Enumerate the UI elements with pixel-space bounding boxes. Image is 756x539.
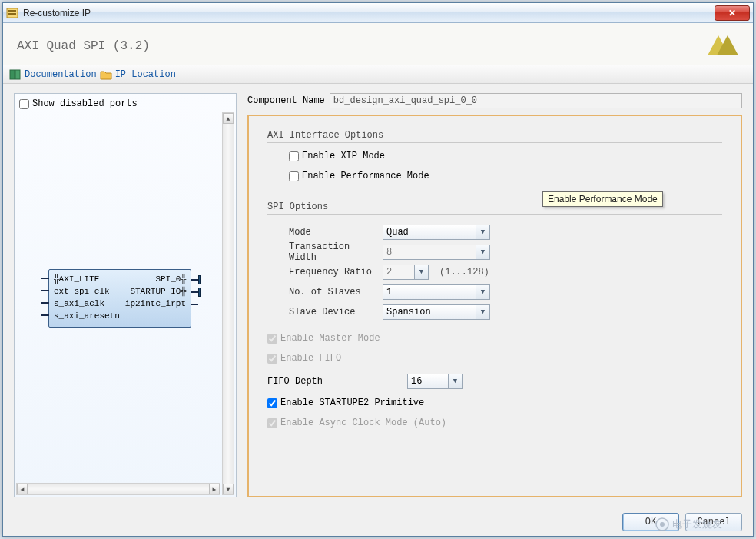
fifo-depth-combo[interactable]: 16 ▼: [407, 374, 463, 389]
svg-rect-2: [8, 13, 16, 15]
mode-label: Mode: [289, 227, 376, 238]
documentation-link[interactable]: Documentation: [9, 68, 97, 81]
preview-vertical-scrollbar[interactable]: ▲ ▼: [222, 112, 234, 495]
enable-async-checkbox: Enable Async Clock Mode (Auto): [267, 418, 722, 428]
port-s-axi-aresetn: s_axi_aresetn: [54, 311, 120, 321]
port-s-axi-aclk: s_axi_aclk: [54, 299, 104, 308]
fifo-depth-value: 16: [411, 376, 422, 387]
txwidth-combo[interactable]: 8 ▼: [383, 245, 490, 260]
chevron-down-icon: ▼: [476, 225, 489, 239]
mode-row: Mode Quad ▼: [289, 222, 722, 242]
scroll-right-icon[interactable]: ▶: [209, 484, 220, 494]
freq-combo[interactable]: 2 ▼: [383, 265, 429, 280]
ok-label: OK: [645, 517, 656, 527]
options-pane: Component Name AXI Interface Options Ena…: [247, 93, 742, 497]
vendor-logo-icon: [707, 34, 739, 58]
port-axi-lite: ╬AXI_LITE: [54, 274, 99, 284]
divider: [267, 142, 722, 143]
enable-xip-input[interactable]: [289, 151, 299, 161]
app-icon: [6, 7, 18, 19]
block-preview-pane: Show disabled ports ╬AXI_LITE SPI_0╬: [14, 93, 237, 497]
enable-startupe2-checkbox[interactable]: Enable STARTUPE2 Primitive: [267, 398, 722, 408]
ip-location-link[interactable]: IP Location: [100, 68, 176, 81]
component-name-row: Component Name: [247, 93, 742, 108]
svg-rect-1: [8, 10, 16, 12]
enable-fifo-input: [267, 354, 277, 364]
txwidth-value: 8: [386, 247, 392, 258]
freq-range-hint: (1...128): [439, 267, 489, 278]
dialog-header: AXI Quad SPI (3.2): [3, 23, 753, 65]
txwidth-label: Transaction Width: [289, 241, 376, 263]
ip-block-diagram: ╬AXI_LITE SPI_0╬ ext_spi_clk STARTUP_IO╬…: [48, 269, 191, 328]
axi-section-title: AXI Interface Options: [267, 130, 722, 141]
enable-master-checkbox: Enable Master Mode: [267, 333, 722, 344]
folder-icon: [100, 68, 112, 81]
mode-combo[interactable]: Quad ▼: [383, 225, 490, 240]
slaves-row: No. of Slaves 1 ▼: [289, 282, 722, 302]
slave-device-value: Spansion: [386, 307, 431, 318]
component-name-input[interactable]: [330, 93, 742, 108]
show-disabled-ports-label: Show disabled ports: [32, 98, 138, 109]
enable-startupe2-input[interactable]: [267, 398, 277, 408]
slave-device-row: Slave Device Spansion ▼: [289, 302, 722, 322]
ip-location-label: IP Location: [115, 69, 176, 80]
slaves-combo[interactable]: 1 ▼: [383, 284, 490, 300]
enable-xip-checkbox[interactable]: Enable XIP Mode: [289, 151, 722, 161]
enable-async-label: Enable Async Clock Mode (Auto): [280, 418, 446, 428]
re-customize-ip-window: Re-customize IP ✕ AXI Quad SPI (3.2) Doc…: [2, 2, 754, 537]
slaves-label: No. of Slaves: [289, 287, 376, 298]
svg-marker-7: [101, 72, 111, 79]
titlebar: Re-customize IP ✕: [3, 3, 753, 23]
chevron-down-icon: ▼: [476, 245, 489, 259]
scroll-left-icon[interactable]: ◀: [17, 484, 28, 494]
show-disabled-ports-checkbox[interactable]: Show disabled ports: [19, 98, 231, 109]
enable-master-input: [267, 334, 277, 344]
toolbar: Documentation IP Location: [3, 65, 753, 84]
ok-button[interactable]: OK: [622, 513, 679, 531]
freq-value: 2: [386, 267, 392, 278]
port-ext-spi-clk: ext_spi_clk: [54, 287, 110, 296]
enable-startupe2-label: Enable STARTUPE2 Primitive: [280, 398, 424, 408]
window-title: Re-customize IP: [23, 8, 715, 18]
enable-perf-checkbox[interactable]: Enable Performance Mode: [289, 171, 722, 181]
cancel-button[interactable]: Cancel: [685, 513, 742, 531]
scroll-down-icon[interactable]: ▼: [223, 484, 234, 494]
tooltip-performance-mode: Enable Performance Mode: [542, 191, 663, 207]
enable-xip-label: Enable XIP Mode: [302, 151, 385, 161]
page-title: AXI Quad SPI (3.2): [17, 39, 707, 53]
enable-perf-input[interactable]: [289, 171, 299, 181]
slaves-value: 1: [386, 287, 392, 298]
txwidth-row: Transaction Width 8 ▼: [289, 242, 722, 262]
freq-label: Frequency Ratio: [289, 267, 376, 278]
mode-value: Quad: [386, 227, 409, 238]
slave-device-label: Slave Device: [289, 307, 376, 318]
chevron-down-icon: ▼: [476, 305, 489, 319]
port-ip2intc: ip2intc_irpt: [125, 299, 186, 308]
close-icon: ✕: [728, 8, 736, 18]
chevron-down-icon: ▼: [414, 265, 428, 279]
freq-row: Frequency Ratio 2 ▼ (1...128): [289, 262, 722, 282]
enable-async-input: [267, 418, 277, 428]
ip-block: ╬AXI_LITE SPI_0╬ ext_spi_clk STARTUP_IO╬…: [48, 269, 191, 328]
preview-horizontal-scrollbar[interactable]: ◀ ▶: [16, 483, 220, 495]
port-spi0: SPI_0╬: [155, 274, 186, 284]
port-startup-io: STARTUP_IO╬: [130, 287, 186, 296]
chevron-down-icon: ▼: [476, 285, 489, 299]
dialog-footer: OK Cancel 电子发烧友: [3, 507, 753, 536]
component-name-label: Component Name: [247, 95, 325, 106]
slave-device-combo[interactable]: Spansion ▼: [383, 304, 490, 320]
scroll-up-icon[interactable]: ▲: [223, 113, 234, 124]
window-close-button[interactable]: ✕: [715, 5, 750, 21]
enable-fifo-label: Enable FIFO: [280, 353, 341, 364]
enable-perf-label: Enable Performance Mode: [302, 171, 429, 181]
enable-fifo-checkbox: Enable FIFO: [267, 353, 722, 364]
fifo-depth-row: FIFO Depth 16 ▼: [267, 371, 722, 391]
show-disabled-ports-input[interactable]: [19, 99, 29, 109]
options-frame: AXI Interface Options Enable XIP Mode En…: [247, 115, 742, 497]
documentation-label: Documentation: [25, 69, 97, 80]
svg-rect-5: [10, 70, 15, 79]
enable-master-label: Enable Master Mode: [280, 333, 380, 344]
cancel-label: Cancel: [697, 517, 730, 527]
fifo-depth-label: FIFO Depth: [267, 376, 401, 387]
content-area: Show disabled ports ╬AXI_LITE SPI_0╬: [3, 84, 753, 507]
